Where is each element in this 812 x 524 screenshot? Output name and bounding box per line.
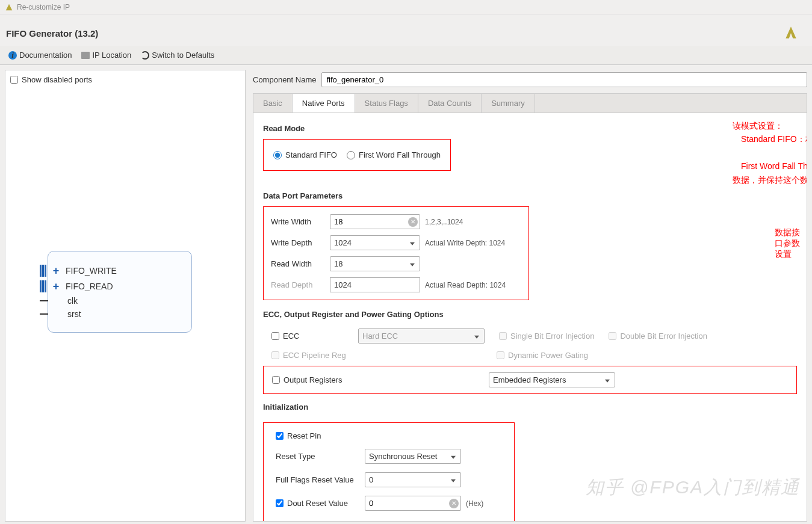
write-depth-select[interactable]: 1024 — [330, 235, 420, 250]
standard-fifo-radio[interactable]: Standard FIFO — [273, 150, 337, 159]
read-mode-title: Read Mode — [263, 124, 797, 133]
ecc-pipeline-checkbox: ECC Pipeline Reg — [271, 351, 482, 360]
dynamic-power-gating-checkbox: Dynamic Power Gating — [497, 351, 588, 360]
read-width-label: Read Width — [271, 259, 325, 268]
plus-icon[interactable]: + — [51, 282, 61, 291]
ip-location-label: IP Location — [92, 51, 131, 60]
window-title: Re-customize IP — [17, 3, 70, 11]
single-bit-error-checkbox: Single Bit Error Injection — [499, 331, 594, 341]
toolbar: i Documentation IP Location Switch to De… — [0, 46, 812, 65]
read-depth-label: Read Depth — [271, 280, 325, 289]
write-depth-label: Write Depth — [271, 238, 325, 247]
ecc-checkbox[interactable]: ECC — [271, 331, 344, 341]
clk-port: clk — [67, 296, 78, 306]
left-panel: Show disabled ports + FIFO_WRITE + FIFO_… — [5, 70, 246, 522]
initialization-title: Initialization — [263, 402, 797, 411]
clear-icon[interactable]: ✕ — [449, 499, 459, 508]
dout-reset-value-input[interactable] — [365, 496, 461, 511]
switch-defaults-label: Switch to Defaults — [152, 51, 214, 60]
dout-reset-checkbox[interactable]: Dout Reset Value — [276, 499, 360, 508]
plus-icon[interactable]: + — [51, 266, 61, 276]
tab-content: Read Mode Standard FIFO First Word Fall … — [253, 113, 807, 522]
data-port-parameters-group: Write Width ✕ 1,2,3,..1024 Write Depth 1… — [263, 206, 529, 300]
write-width-label: Write Width — [271, 217, 325, 226]
wire-icon — [40, 300, 48, 301]
full-flags-select[interactable]: 0 — [365, 472, 461, 487]
initialization-group: Reset Pin Reset Type Synchronous Reset F… — [263, 422, 515, 522]
refresh-icon — [141, 51, 149, 60]
folder-icon — [81, 52, 90, 59]
write-width-input[interactable] — [330, 214, 420, 229]
component-name-label: Component Name — [253, 75, 317, 84]
component-name-input[interactable] — [321, 72, 808, 87]
wire-icon — [40, 313, 48, 315]
fifo-write-port: FIFO_WRITE — [66, 266, 117, 276]
tab-bar: Basic Native Ports Status Flags Data Cou… — [253, 93, 807, 113]
vivado-logo-icon — [783, 25, 799, 41]
read-latency-text: Read Latency : 1 — [267, 520, 502, 522]
reset-type-select[interactable]: Synchronous Reset — [365, 449, 461, 464]
actual-read-depth: Actual Read Depth: 1024 — [425, 281, 521, 289]
ecc-title: ECC, Output Register and Power Gating Op… — [263, 310, 797, 319]
hex-label: (Hex) — [466, 499, 502, 508]
fifo-read-port: FIFO_READ — [66, 282, 113, 291]
bus-icon — [40, 265, 46, 277]
read-mode-group: Standard FIFO First Word Fall Through — [263, 139, 451, 171]
block-diagram: + FIFO_WRITE + FIFO_READ clk srst — [48, 251, 192, 333]
bus-icon — [40, 280, 46, 292]
ip-location-button[interactable]: IP Location — [78, 49, 135, 61]
tab-basic[interactable]: Basic — [253, 94, 293, 113]
annotation-dpp: 数据接口参数设置 — [775, 227, 807, 260]
read-depth-field: 1024 — [330, 277, 420, 292]
actual-write-depth: Actual Write Depth: 1024 — [425, 239, 521, 247]
tab-status-flags[interactable]: Status Flags — [355, 94, 418, 113]
srst-port: srst — [67, 309, 81, 319]
page-title: FIFO Generator (13.2) — [6, 28, 98, 39]
dpp-title: Data Port Parameters — [263, 191, 797, 200]
app-icon — [5, 3, 13, 11]
info-icon: i — [8, 51, 17, 60]
write-width-range: 1,2,3,..1024 — [425, 218, 521, 226]
tab-native-ports[interactable]: Native Ports — [293, 94, 355, 113]
fwft-radio[interactable]: First Word Fall Through — [347, 150, 441, 159]
tab-summary[interactable]: Summary — [482, 94, 535, 113]
output-registers-checkbox[interactable]: Output Registers — [272, 375, 474, 384]
full-flags-label: Full Flags Reset Value — [276, 475, 360, 484]
clear-icon[interactable]: ✕ — [408, 217, 418, 227]
output-registers-group: Output Registers Embedded Registers — [263, 366, 797, 394]
annotation-read-mode: 读模式设置： Standard FIFO：标准读模式，接收到读使能后下一个周期输… — [733, 119, 807, 186]
read-width-select[interactable]: 18 — [330, 256, 420, 271]
reset-type-label: Reset Type — [276, 452, 360, 461]
right-panel: Component Name Basic Native Ports Status… — [253, 70, 807, 522]
double-bit-error-checkbox: Double Bit Error Injection — [609, 331, 707, 341]
header: FIFO Generator (13.2) — [0, 14, 812, 46]
embedded-registers-select[interactable]: Embedded Registers — [489, 372, 615, 387]
switch-defaults-button[interactable]: Switch to Defaults — [137, 49, 218, 61]
show-disabled-ports-checkbox[interactable] — [10, 76, 18, 84]
show-disabled-ports-label: Show disabled ports — [22, 75, 92, 84]
documentation-button[interactable]: i Documentation — [5, 49, 75, 61]
tab-data-counts[interactable]: Data Counts — [418, 94, 482, 113]
titlebar: Re-customize IP — [0, 0, 812, 14]
documentation-label: Documentation — [19, 51, 72, 60]
reset-pin-checkbox[interactable]: Reset Pin — [276, 431, 502, 440]
hard-ecc-select: Hard ECC — [358, 328, 485, 344]
